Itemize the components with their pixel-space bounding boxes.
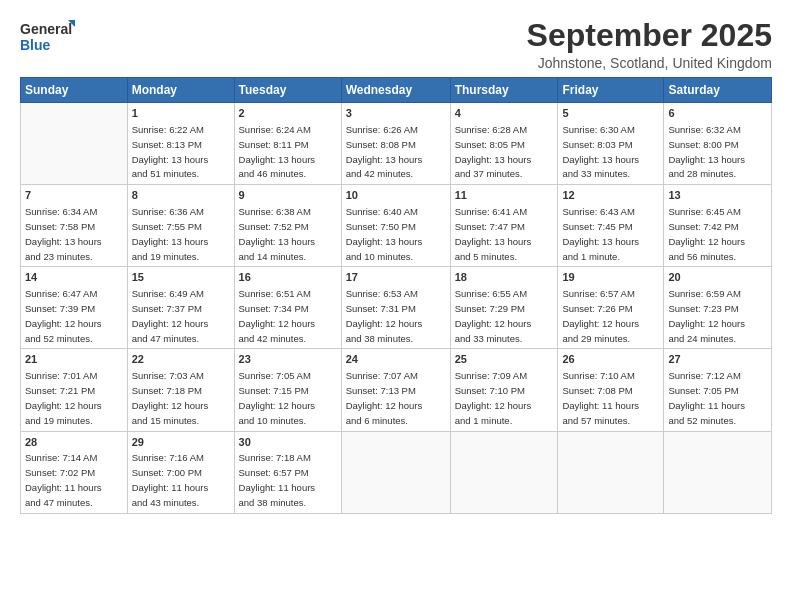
calendar-cell: 1Sunrise: 6:22 AMSunset: 8:13 PMDaylight…	[127, 103, 234, 185]
weekday-header-row: SundayMondayTuesdayWednesdayThursdayFrid…	[21, 78, 772, 103]
calendar-cell: 6Sunrise: 6:32 AMSunset: 8:00 PMDaylight…	[664, 103, 772, 185]
calendar-cell: 13Sunrise: 6:45 AMSunset: 7:42 PMDayligh…	[664, 185, 772, 267]
weekday-header-sunday: Sunday	[21, 78, 128, 103]
calendar-cell: 9Sunrise: 6:38 AMSunset: 7:52 PMDaylight…	[234, 185, 341, 267]
day-number: 10	[346, 188, 446, 203]
day-number: 18	[455, 270, 554, 285]
calendar-cell: 11Sunrise: 6:41 AMSunset: 7:47 PMDayligh…	[450, 185, 558, 267]
calendar-cell: 28Sunrise: 7:14 AMSunset: 7:02 PMDayligh…	[21, 431, 128, 513]
day-number: 29	[132, 435, 230, 450]
weekday-header-saturday: Saturday	[664, 78, 772, 103]
calendar-cell: 21Sunrise: 7:01 AMSunset: 7:21 PMDayligh…	[21, 349, 128, 431]
calendar-cell: 24Sunrise: 7:07 AMSunset: 7:13 PMDayligh…	[341, 349, 450, 431]
calendar-table: SundayMondayTuesdayWednesdayThursdayFrid…	[20, 77, 772, 513]
logo: General Blue	[20, 18, 75, 56]
calendar-cell: 23Sunrise: 7:05 AMSunset: 7:15 PMDayligh…	[234, 349, 341, 431]
day-detail: Sunrise: 6:34 AMSunset: 7:58 PMDaylight:…	[25, 206, 102, 261]
day-number: 23	[239, 352, 337, 367]
calendar-week-4: 28Sunrise: 7:14 AMSunset: 7:02 PMDayligh…	[21, 431, 772, 513]
day-number: 25	[455, 352, 554, 367]
calendar-cell: 16Sunrise: 6:51 AMSunset: 7:34 PMDayligh…	[234, 267, 341, 349]
weekday-header-tuesday: Tuesday	[234, 78, 341, 103]
day-detail: Sunrise: 7:14 AMSunset: 7:02 PMDaylight:…	[25, 452, 102, 507]
title-block: September 2025 Johnstone, Scotland, Unit…	[527, 18, 772, 71]
day-detail: Sunrise: 6:40 AMSunset: 7:50 PMDaylight:…	[346, 206, 423, 261]
day-detail: Sunrise: 6:59 AMSunset: 7:23 PMDaylight:…	[668, 288, 745, 343]
header: General Blue September 2025 Johnstone, S…	[20, 18, 772, 71]
day-detail: Sunrise: 6:43 AMSunset: 7:45 PMDaylight:…	[562, 206, 639, 261]
day-number: 20	[668, 270, 767, 285]
day-number: 17	[346, 270, 446, 285]
calendar-cell	[450, 431, 558, 513]
day-detail: Sunrise: 6:55 AMSunset: 7:29 PMDaylight:…	[455, 288, 532, 343]
calendar-cell: 25Sunrise: 7:09 AMSunset: 7:10 PMDayligh…	[450, 349, 558, 431]
calendar-cell	[664, 431, 772, 513]
calendar-cell	[341, 431, 450, 513]
day-number: 13	[668, 188, 767, 203]
page: General Blue September 2025 Johnstone, S…	[0, 0, 792, 612]
calendar-cell: 14Sunrise: 6:47 AMSunset: 7:39 PMDayligh…	[21, 267, 128, 349]
day-detail: Sunrise: 6:36 AMSunset: 7:55 PMDaylight:…	[132, 206, 209, 261]
day-detail: Sunrise: 7:18 AMSunset: 6:57 PMDaylight:…	[239, 452, 316, 507]
day-number: 19	[562, 270, 659, 285]
calendar-week-2: 14Sunrise: 6:47 AMSunset: 7:39 PMDayligh…	[21, 267, 772, 349]
day-detail: Sunrise: 6:26 AMSunset: 8:08 PMDaylight:…	[346, 124, 423, 179]
calendar-cell: 20Sunrise: 6:59 AMSunset: 7:23 PMDayligh…	[664, 267, 772, 349]
calendar-cell: 2Sunrise: 6:24 AMSunset: 8:11 PMDaylight…	[234, 103, 341, 185]
calendar-cell: 29Sunrise: 7:16 AMSunset: 7:00 PMDayligh…	[127, 431, 234, 513]
svg-text:General: General	[20, 21, 72, 37]
calendar-cell: 19Sunrise: 6:57 AMSunset: 7:26 PMDayligh…	[558, 267, 664, 349]
weekday-header-monday: Monday	[127, 78, 234, 103]
calendar-cell: 30Sunrise: 7:18 AMSunset: 6:57 PMDayligh…	[234, 431, 341, 513]
day-detail: Sunrise: 6:51 AMSunset: 7:34 PMDaylight:…	[239, 288, 316, 343]
calendar-cell	[21, 103, 128, 185]
calendar-cell: 18Sunrise: 6:55 AMSunset: 7:29 PMDayligh…	[450, 267, 558, 349]
day-detail: Sunrise: 7:05 AMSunset: 7:15 PMDaylight:…	[239, 370, 316, 425]
weekday-header-thursday: Thursday	[450, 78, 558, 103]
logo-svg: General Blue	[20, 18, 75, 56]
day-number: 7	[25, 188, 123, 203]
calendar-cell: 10Sunrise: 6:40 AMSunset: 7:50 PMDayligh…	[341, 185, 450, 267]
calendar-cell: 17Sunrise: 6:53 AMSunset: 7:31 PMDayligh…	[341, 267, 450, 349]
day-number: 6	[668, 106, 767, 121]
month-title: September 2025	[527, 18, 772, 53]
day-number: 24	[346, 352, 446, 367]
day-number: 5	[562, 106, 659, 121]
day-detail: Sunrise: 7:03 AMSunset: 7:18 PMDaylight:…	[132, 370, 209, 425]
day-detail: Sunrise: 7:16 AMSunset: 7:00 PMDaylight:…	[132, 452, 209, 507]
calendar-cell: 27Sunrise: 7:12 AMSunset: 7:05 PMDayligh…	[664, 349, 772, 431]
day-number: 11	[455, 188, 554, 203]
day-detail: Sunrise: 6:41 AMSunset: 7:47 PMDaylight:…	[455, 206, 532, 261]
day-number: 16	[239, 270, 337, 285]
day-number: 2	[239, 106, 337, 121]
day-number: 28	[25, 435, 123, 450]
day-number: 21	[25, 352, 123, 367]
calendar-cell: 5Sunrise: 6:30 AMSunset: 8:03 PMDaylight…	[558, 103, 664, 185]
day-number: 1	[132, 106, 230, 121]
day-number: 30	[239, 435, 337, 450]
calendar-cell: 22Sunrise: 7:03 AMSunset: 7:18 PMDayligh…	[127, 349, 234, 431]
calendar-cell: 15Sunrise: 6:49 AMSunset: 7:37 PMDayligh…	[127, 267, 234, 349]
day-detail: Sunrise: 7:10 AMSunset: 7:08 PMDaylight:…	[562, 370, 639, 425]
calendar-week-3: 21Sunrise: 7:01 AMSunset: 7:21 PMDayligh…	[21, 349, 772, 431]
day-detail: Sunrise: 6:47 AMSunset: 7:39 PMDaylight:…	[25, 288, 102, 343]
day-number: 12	[562, 188, 659, 203]
location: Johnstone, Scotland, United Kingdom	[527, 55, 772, 71]
calendar-cell: 8Sunrise: 6:36 AMSunset: 7:55 PMDaylight…	[127, 185, 234, 267]
day-detail: Sunrise: 6:22 AMSunset: 8:13 PMDaylight:…	[132, 124, 209, 179]
day-detail: Sunrise: 6:30 AMSunset: 8:03 PMDaylight:…	[562, 124, 639, 179]
day-detail: Sunrise: 7:07 AMSunset: 7:13 PMDaylight:…	[346, 370, 423, 425]
day-detail: Sunrise: 6:45 AMSunset: 7:42 PMDaylight:…	[668, 206, 745, 261]
day-detail: Sunrise: 6:49 AMSunset: 7:37 PMDaylight:…	[132, 288, 209, 343]
day-detail: Sunrise: 6:32 AMSunset: 8:00 PMDaylight:…	[668, 124, 745, 179]
day-number: 3	[346, 106, 446, 121]
day-number: 15	[132, 270, 230, 285]
calendar-cell: 26Sunrise: 7:10 AMSunset: 7:08 PMDayligh…	[558, 349, 664, 431]
day-detail: Sunrise: 6:38 AMSunset: 7:52 PMDaylight:…	[239, 206, 316, 261]
calendar-cell	[558, 431, 664, 513]
day-detail: Sunrise: 6:53 AMSunset: 7:31 PMDaylight:…	[346, 288, 423, 343]
calendar-cell: 3Sunrise: 6:26 AMSunset: 8:08 PMDaylight…	[341, 103, 450, 185]
day-detail: Sunrise: 7:01 AMSunset: 7:21 PMDaylight:…	[25, 370, 102, 425]
day-number: 22	[132, 352, 230, 367]
day-number: 8	[132, 188, 230, 203]
